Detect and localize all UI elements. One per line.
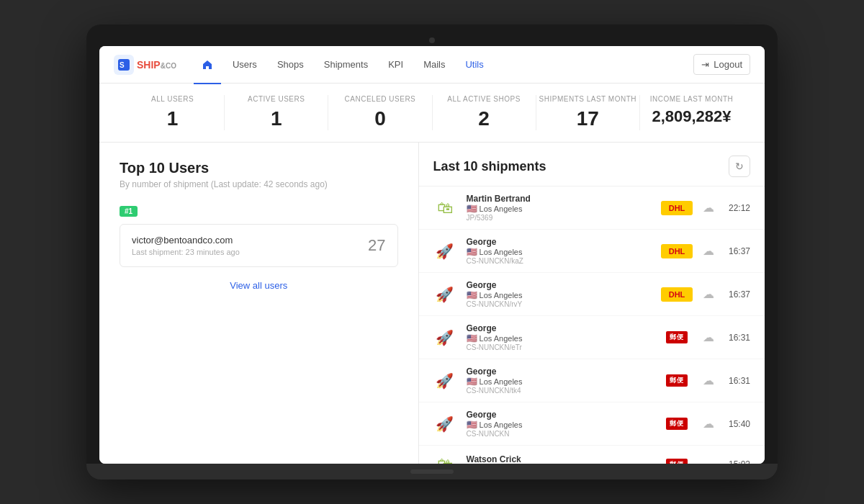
shipment-icon: 🛍 <box>433 453 456 464</box>
shipment-time: 16:37 <box>724 246 750 256</box>
nav-item-users[interactable]: Users <box>224 55 266 74</box>
shipment-id: CS-NUNCKN/eTr <box>467 343 651 351</box>
shipment-time: 16:37 <box>724 289 750 300</box>
shipment-icon: 🚀 <box>433 369 456 392</box>
shipment-time: 16:31 <box>724 376 750 386</box>
shipment-name: Watson Crick <box>467 454 651 464</box>
shipment-location: 🇺🇸 Los Angeles <box>467 377 651 387</box>
user-card: victor@bentoandco.com Last shipment: 23 … <box>120 224 398 267</box>
shipment-name: Martin Bertrand <box>467 194 651 204</box>
logout-label: Logout <box>714 59 742 70</box>
shopify-icon: 🛍 <box>437 455 453 464</box>
shipment-details: Watson Crick 🇺🇸 8A Biomedical Grove <box>467 454 651 464</box>
shipment-icon: 🚀 <box>433 283 456 306</box>
logo-icon: S <box>114 55 134 75</box>
cloud-icon: ☁ <box>703 244 714 258</box>
nav-item-mails[interactable]: Mails <box>415 55 454 74</box>
shipment-id: CS-NUNCKN/tk4 <box>467 387 651 395</box>
view-all-users-anchor[interactable]: View all users <box>230 280 287 291</box>
stat-active-shops: ALL ACTIVE SHOPS 2 <box>433 95 536 130</box>
logout-icon: ⇥ <box>701 59 709 70</box>
shipment-icon: 🚀 <box>433 326 456 349</box>
laptop-base <box>86 464 778 480</box>
shipment-location: 🇺🇸 Los Angeles <box>467 420 651 430</box>
laptop-notch <box>410 469 454 474</box>
top-users-subtitle: By number of shipment (Last update: 42 s… <box>120 179 398 189</box>
stat-canceled-users-label: CANCELED USERS <box>328 95 431 103</box>
laptop-camera <box>429 37 435 43</box>
location-text: Los Angeles <box>480 377 523 386</box>
left-panel: Top 10 Users By number of shipment (Last… <box>99 143 419 464</box>
user-info: victor@bentoandco.com Last shipment: 23 … <box>132 235 356 256</box>
right-panel: Last 10 shipments ↻ 🛍 Martin Bertrand 🇺🇸… <box>419 143 765 464</box>
stats-bar: ALL USERS 1 ACTIVE USERS 1 CANCELED USER… <box>99 84 765 143</box>
shipment-name: George <box>467 410 651 420</box>
carrier-dhl-logo: DHL <box>661 244 693 258</box>
view-all-users-link[interactable]: View all users <box>120 279 398 292</box>
shopify-icon: 🛍 <box>437 199 453 217</box>
shipment-location: 🇺🇸 Los Angeles <box>467 290 651 300</box>
logout-button[interactable]: ⇥ Logout <box>693 54 750 75</box>
location-text: Los Angeles <box>480 420 523 429</box>
location-text: Los Angeles <box>480 248 523 256</box>
shipment-details: Martin Bertrand 🇺🇸 Los Angeles JP/5369 <box>467 194 651 222</box>
navbar: S SHIP&CO Users Shops Shipments KPI Mail… <box>99 46 765 84</box>
shipment-name: George <box>467 237 651 247</box>
stat-canceled-users: CANCELED USERS 0 <box>328 95 432 130</box>
nav-item-kpi[interactable]: KPI <box>379 55 412 74</box>
stat-shipments-label: SHIPMENTS LAST MONTH <box>536 95 639 103</box>
laptop-screen: S SHIP&CO Users Shops Shipments KPI Mail… <box>99 46 765 464</box>
rocket-icon: 🚀 <box>436 286 454 303</box>
shipment-name: George <box>467 366 651 377</box>
cloud-icon: ☁ <box>703 417 714 431</box>
shipment-details: George 🇺🇸 Los Angeles CS-NUNCKN/kaZ <box>467 237 651 265</box>
user-last-shipment: Last shipment: 23 minutes ago <box>132 248 356 256</box>
cloud-icon: ☁ <box>703 458 714 464</box>
nav-items: Users Shops Shipments KPI Mails Utils <box>194 55 693 75</box>
carrier-jp-logo: 郵便 <box>661 331 693 343</box>
stat-all-users: ALL USERS 1 <box>121 95 225 130</box>
rocket-icon: 🚀 <box>436 372 454 390</box>
flag-icon: 🇺🇸 <box>467 420 477 430</box>
rocket-icon: 🚀 <box>436 415 454 433</box>
nav-item-utils[interactable]: Utils <box>456 55 492 74</box>
cloud-icon: ☁ <box>703 374 714 387</box>
stat-income: INCOME LAST MONTH 2,809,282¥ <box>640 95 743 130</box>
shipment-row: 🚀 George 🇺🇸 Los Angeles CS-NUNCKN/rvY DH… <box>419 273 765 316</box>
flag-icon: 🇺🇸 <box>467 290 477 300</box>
rocket-icon: 🚀 <box>436 329 454 346</box>
shipment-location: 🇺🇸 Los Angeles <box>467 247 651 257</box>
stat-active-users-label: ACTIVE USERS <box>225 95 328 103</box>
shipment-time: 15:02 <box>724 459 750 464</box>
nav-item-shops[interactable]: Shops <box>269 55 312 74</box>
shipment-details: George 🇺🇸 Los Angeles CS-NUNCKN <box>467 410 651 438</box>
stat-income-value: 2,809,282¥ <box>640 107 743 126</box>
stat-active-shops-value: 2 <box>433 107 536 130</box>
rank-badge: #1 <box>120 206 138 217</box>
rocket-icon: 🚀 <box>436 243 454 260</box>
shipment-row: 🛍 Martin Bertrand 🇺🇸 Los Angeles JP/5369… <box>419 186 765 230</box>
location-text: Los Angeles <box>480 291 523 300</box>
shipment-id: CS-NUNCKN/rvY <box>467 300 651 308</box>
flag-icon: 🇺🇸 <box>467 247 477 257</box>
shipment-name: George <box>467 323 651 333</box>
svg-text:S: S <box>120 61 125 69</box>
shipment-list: 🛍 Martin Bertrand 🇺🇸 Los Angeles JP/5369… <box>419 186 765 464</box>
refresh-button[interactable]: ↻ <box>729 156 750 177</box>
stat-canceled-users-value: 0 <box>328 107 431 130</box>
nav-item-shipments[interactable]: Shipments <box>315 55 377 74</box>
stat-shipments-value: 17 <box>536 107 639 130</box>
flag-icon: 🇺🇸 <box>467 333 477 343</box>
stat-all-users-label: ALL USERS <box>121 95 224 103</box>
shipment-details: George 🇺🇸 Los Angeles CS-NUNCKN/rvY <box>467 280 651 308</box>
cloud-icon: ☁ <box>703 330 714 344</box>
shipment-id: CS-NUNCKN <box>467 430 651 438</box>
carrier-dhl-logo: DHL <box>661 201 693 215</box>
shipment-details: George 🇺🇸 Los Angeles CS-NUNCKN/eTr <box>467 323 651 351</box>
shipment-time: 22:12 <box>724 203 750 213</box>
shipment-icon: 🛍 <box>433 197 456 220</box>
location-text: Los Angeles <box>480 204 523 213</box>
carrier-jp-logo: 郵便 <box>661 374 693 387</box>
nav-item-home[interactable] <box>194 55 221 75</box>
shipment-icon: 🚀 <box>433 413 456 436</box>
